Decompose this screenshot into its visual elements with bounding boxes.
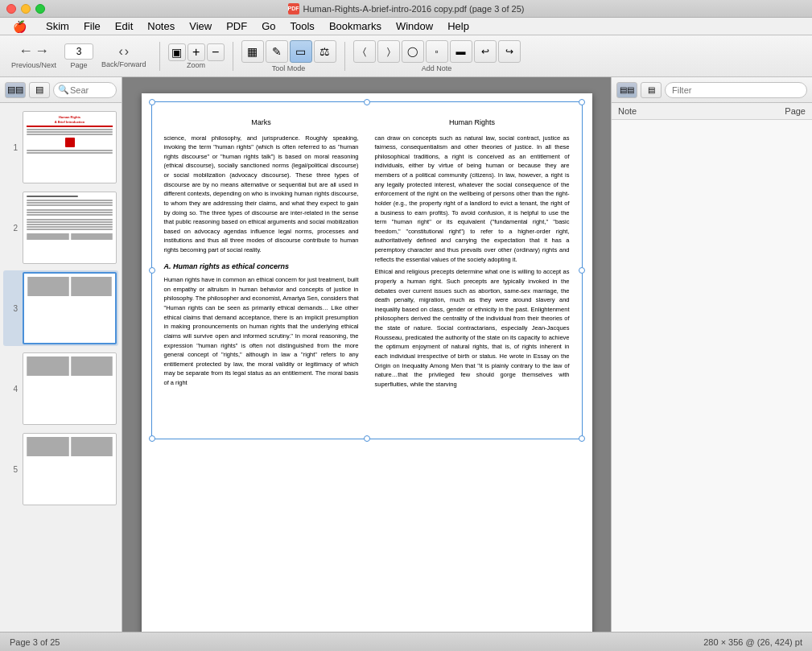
status-bar: Page 3 of 25 280 × 356 @ (26, 424) pt [0, 632, 812, 651]
back-forward-button[interactable]: ‹ › Back/Forward [97, 39, 151, 74]
page-2-thumb [23, 192, 117, 264]
page-3-thumb [23, 272, 117, 344]
main-layout: ▤▤ ▤ 🔍 1 Human RightsA Brief Introductio… [0, 77, 812, 632]
back-forward-label: Back/Forward [101, 60, 146, 68]
separator-2 [233, 42, 233, 71]
pdf-page: Marks science, moral philosophy, and jur… [142, 93, 592, 632]
tool-mode-label: Tool Mode [272, 64, 306, 72]
add-note-btn-2[interactable]: 〉 [377, 40, 400, 63]
notes-filter-input[interactable] [665, 82, 807, 98]
page-label: Page [71, 61, 88, 69]
page-number-input[interactable] [64, 43, 93, 60]
page-info: Page 3 of 25 [10, 637, 60, 647]
add-note-btn-3[interactable]: ◯ [402, 40, 424, 63]
handle-bottom-middle[interactable] [364, 435, 370, 442]
zoom-group: ▣ + − Zoom [168, 43, 225, 69]
add-note-btn-4[interactable]: ▫ [426, 40, 448, 63]
right-column-header: Human Rights [375, 117, 570, 129]
hand-tool-button[interactable]: ✎ [266, 40, 288, 63]
previous-next-label: Previous/Next [11, 61, 56, 69]
left-col-text-2: Human rights have in common an ethical c… [164, 275, 359, 388]
page-3-label: 3 [5, 304, 18, 313]
menu-edit[interactable]: Edit [109, 19, 139, 33]
notes-content [612, 120, 812, 632]
page-1-label: 1 [5, 143, 18, 152]
notes-toolbar: ▤▤ ▤ [612, 77, 812, 103]
previous-next-button[interactable]: ← → Previous/Next [6, 39, 61, 74]
next-icon: → [35, 43, 49, 60]
thumbnail-page-4[interactable]: 4 [3, 351, 118, 426]
tool-mode-group: ▦ ✎ ▭ ⚖ Tool Mode [241, 40, 336, 72]
zoom-out-button[interactable]: − [207, 43, 225, 61]
right-col-text-2: Ethical and religious precepts determine… [375, 267, 570, 389]
handle-top-middle[interactable] [364, 99, 370, 105]
search-input[interactable] [53, 82, 117, 98]
handle-top-left[interactable] [149, 99, 155, 105]
add-note-btn-7[interactable]: ↪ [498, 40, 521, 63]
notes-col-page-label: Page [773, 106, 806, 116]
add-note-btn-1[interactable]: 〈 [353, 40, 376, 63]
left-column-header: Marks [164, 117, 359, 129]
sidebar: ▤▤ ▤ 🔍 1 Human RightsA Brief Introductio… [0, 77, 122, 632]
handle-bottom-right[interactable] [579, 435, 585, 442]
menu-skim[interactable]: Skim [39, 19, 76, 33]
add-note-group: 〈 〉 ◯ ▫ ▬ ↩ ↪ Add Note [353, 40, 521, 72]
pdf-left-column: Marks science, moral philosophy, and jur… [164, 117, 359, 392]
handle-left-middle[interactable] [149, 267, 155, 274]
page-5-thumb [23, 433, 117, 505]
notes-header: Note Page [612, 103, 812, 120]
menu-window[interactable]: Window [390, 19, 439, 33]
minimize-button[interactable] [21, 4, 31, 14]
zoom-actual-size-button[interactable]: ▣ [168, 43, 186, 61]
menu-go[interactable]: Go [255, 19, 282, 33]
toolbar: ← → Previous/Next Page ‹ › Back/Forward … [0, 35, 812, 77]
page-1-thumb: Human RightsA Brief Introduction [23, 111, 117, 183]
menu-file[interactable]: File [77, 19, 107, 33]
notes-grid-view[interactable]: ▤▤ [616, 82, 637, 98]
search-wrapper: 🔍 [53, 82, 117, 98]
page-4-thumb [23, 352, 117, 425]
pdf-icon: PDF [288, 3, 299, 14]
menu-view[interactable]: View [183, 19, 218, 33]
zoom-in-button[interactable]: + [188, 43, 205, 61]
handle-bottom-left[interactable] [149, 435, 155, 442]
add-note-btn-5[interactable]: ▬ [450, 40, 472, 63]
notes-list-view[interactable]: ▤ [641, 82, 662, 98]
menu-notes[interactable]: Notes [141, 19, 181, 33]
menu-bar: 🍎 Skim File Edit Notes View PDF Go Tools… [0, 18, 812, 35]
thumbnail-page-2[interactable]: 2 [3, 190, 118, 266]
sidebar-grid-view[interactable]: ▤▤ [5, 82, 26, 98]
notes-panel: ▤▤ ▤ Note Page [611, 77, 812, 632]
page-4-label: 4 [5, 385, 18, 393]
thumbnail-page-3[interactable]: 3 [3, 270, 118, 346]
maximize-button[interactable] [35, 4, 45, 14]
window-title: PDF Human-Rights-A-brief-intro-2016 copy… [288, 3, 525, 14]
separator-3 [344, 42, 345, 71]
handle-right-middle[interactable] [579, 267, 585, 274]
menu-tools[interactable]: Tools [284, 19, 321, 33]
menu-help[interactable]: Help [441, 19, 476, 33]
marquee-tool-button[interactable]: ▭ [290, 40, 312, 63]
separator-1 [159, 42, 160, 71]
pdf-right-column: Human Rights can draw on concepts such a… [375, 117, 570, 392]
menu-pdf[interactable]: PDF [220, 19, 253, 33]
window-controls [6, 4, 45, 14]
close-button[interactable] [6, 4, 16, 14]
thumbnail-page-5[interactable]: 5 [3, 431, 118, 507]
sidebar-list-view[interactable]: ▤ [29, 82, 50, 98]
thumbnail-page-1[interactable]: 1 Human RightsA Brief Introduction [3, 109, 118, 185]
menu-bookmarks[interactable]: Bookmarks [323, 19, 388, 33]
sidebar-toolbar: ▤▤ ▤ 🔍 [0, 77, 122, 103]
back-icon: ‹ [118, 44, 122, 59]
pdf-view-area[interactable]: Marks science, moral philosophy, and jur… [122, 77, 611, 632]
apple-menu[interactable]: 🍎 [6, 19, 33, 34]
page-2-label: 2 [5, 224, 18, 233]
forward-icon: › [125, 44, 129, 59]
select-tool-button[interactable]: ▦ [241, 40, 264, 63]
annotate-tool-button[interactable]: ⚖ [314, 40, 336, 63]
add-note-btn-6[interactable]: ↩ [474, 40, 497, 63]
thumbnail-list: 1 Human RightsA Brief Introduction [0, 103, 122, 632]
page-number-group: Page [64, 43, 93, 69]
handle-top-right[interactable] [579, 99, 585, 105]
page-5-label: 5 [5, 465, 18, 474]
